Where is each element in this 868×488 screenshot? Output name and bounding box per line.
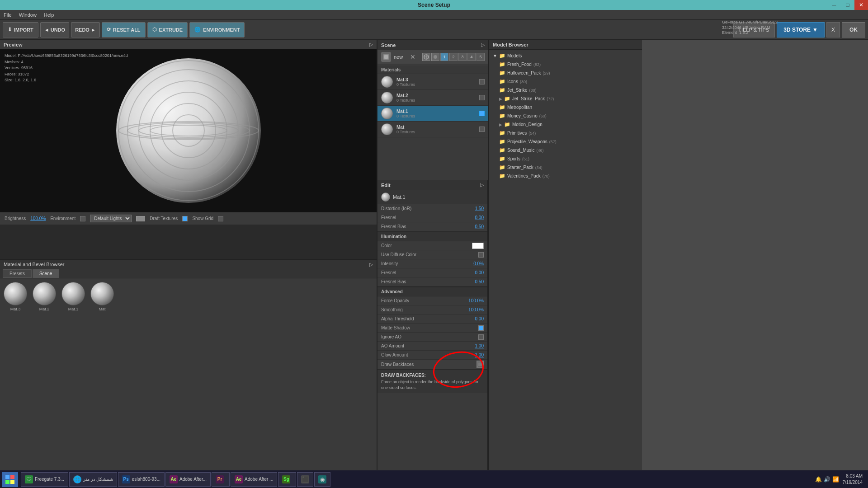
scene-expand-icon[interactable]: ▷ bbox=[481, 42, 485, 48]
material-icon-mat2 bbox=[479, 95, 485, 100]
material-sphere-mat2 bbox=[33, 282, 56, 305]
menu-help[interactable]: Help bbox=[44, 12, 54, 18]
brightness-value[interactable]: 100.0% bbox=[30, 216, 46, 221]
show-grid-checkbox[interactable] bbox=[218, 216, 223, 221]
store-button[interactable]: 3D STORE ▼ bbox=[777, 22, 825, 38]
taskbar-item-speedgrade[interactable]: Sg bbox=[278, 472, 296, 487]
start-button[interactable] bbox=[2, 472, 18, 487]
material-list-item-mat[interactable]: Mat 0 Textures bbox=[377, 122, 488, 137]
prop-draw-backfaces: Draw Backfaces bbox=[377, 360, 487, 369]
taskbar-item-chrome[interactable]: 🌐 شمشکل در متر bbox=[69, 472, 117, 487]
title-bar-text: Scene Setup bbox=[418, 2, 450, 8]
edit-expand-icon[interactable]: ▷ bbox=[480, 182, 484, 188]
material-browser-header: Material and Bevel Browser ▷ bbox=[0, 260, 377, 269]
import-button[interactable]: ⬇ IMPORT bbox=[3, 22, 38, 38]
fresnel-bias-label: Fresnel Bias bbox=[381, 224, 466, 229]
material-item-mat[interactable]: Mat bbox=[90, 282, 114, 311]
tree-item-starter-pack[interactable]: 📁 Starter_Pack (34) bbox=[489, 163, 642, 172]
environment-checkbox[interactable] bbox=[80, 216, 85, 221]
material-icon-mat bbox=[479, 127, 485, 132]
draft-textures-checkbox[interactable] bbox=[182, 216, 188, 221]
ignore-ao-checkbox[interactable] bbox=[478, 334, 484, 340]
volume-icon[interactable]: 🔊 bbox=[824, 476, 830, 483]
material-list-item-mat2[interactable]: Mat.2 0 Textures bbox=[377, 90, 488, 106]
taskbar-item-after-effects-2[interactable]: Ae Adobe After ... bbox=[231, 472, 277, 487]
smoothing-value[interactable]: 100.0% bbox=[468, 307, 484, 312]
scene-tab-5[interactable]: 5 bbox=[476, 53, 485, 61]
scene-view-tab[interactable] bbox=[422, 53, 430, 61]
extrude-button[interactable]: ⬡ EXTRUDE bbox=[147, 22, 188, 38]
scene-tab-1[interactable]: 1 bbox=[440, 53, 448, 61]
color-swatch-illumination[interactable] bbox=[472, 243, 484, 249]
menu-file[interactable]: File bbox=[4, 12, 12, 18]
fresnel-value[interactable]: 0.00 bbox=[468, 215, 484, 220]
use-diffuse-checkbox[interactable] bbox=[478, 252, 484, 258]
tree-item-halloween[interactable]: 📁 Halloween_Pack (29) bbox=[489, 69, 642, 77]
illum-fresnel-bias-label: Fresnel Bias bbox=[381, 279, 466, 284]
force-opacity-value[interactable]: 100.0% bbox=[468, 298, 484, 303]
taskbar-item-freegate[interactable]: 🛡 Freegate 7.3... bbox=[21, 472, 68, 487]
material-icon-mat1 bbox=[479, 111, 485, 116]
x-button[interactable]: X bbox=[826, 22, 840, 38]
redo-button[interactable]: REDO ► bbox=[71, 22, 100, 38]
scene-tab-3[interactable]: 3 bbox=[458, 53, 467, 61]
tab-scene[interactable]: Scene bbox=[33, 269, 59, 278]
taskbar-item-after-effects[interactable]: Ae Adobe After... bbox=[165, 472, 211, 487]
scene-mat-tab[interactable] bbox=[431, 53, 439, 61]
maximize-button[interactable]: □ bbox=[841, 0, 854, 10]
tree-item-money-casino[interactable]: 📁 Money_Casino (60) bbox=[489, 112, 642, 120]
illum-fresnel-bias-value[interactable]: 0.50 bbox=[468, 279, 484, 284]
alpha-value[interactable]: 0.00 bbox=[468, 316, 484, 321]
scene-close-icon[interactable]: ✕ bbox=[410, 53, 415, 61]
menu-window[interactable]: Window bbox=[19, 12, 37, 18]
fresnel-bias-value[interactable]: 0.50 bbox=[468, 224, 484, 229]
tree-item-sports[interactable]: 📁 Sports (51) bbox=[489, 155, 642, 163]
color-swatch[interactable] bbox=[136, 216, 145, 221]
distortion-value[interactable]: 1.50 bbox=[468, 206, 484, 211]
item-label-money-casino: Money_Casino bbox=[507, 113, 538, 118]
matte-shadow-checkbox[interactable] bbox=[478, 325, 484, 331]
tree-item-valentines[interactable]: 📁 Valentines_Pack (70) bbox=[489, 172, 642, 180]
glow-amount-value[interactable]: 1.00 bbox=[468, 352, 484, 357]
tab-presets[interactable]: Presets bbox=[3, 269, 32, 278]
item-label-valentines: Valentines_Pack bbox=[507, 174, 541, 178]
undo-button[interactable]: ◄ UNDO bbox=[40, 22, 69, 38]
material-list-item-mat3[interactable]: Mat.3 0 Textures bbox=[377, 74, 488, 90]
material-item-mat3[interactable]: Mat.3 bbox=[4, 282, 27, 311]
tree-item-icons[interactable]: 📁 Icons (30) bbox=[489, 77, 642, 86]
scene-tab-4[interactable]: 4 bbox=[467, 53, 476, 61]
tree-item-jet-strike-pack[interactable]: ▶ 📁 Jet_Strike_Pack (72) bbox=[489, 94, 642, 103]
tree-item-metropolitan[interactable]: 📁 Metropolitan bbox=[489, 103, 642, 112]
tree-root-models[interactable]: ▼ 📁 Models bbox=[489, 52, 642, 60]
intensity-value[interactable]: 0.0% bbox=[468, 261, 484, 266]
network-icon[interactable]: 📶 bbox=[832, 476, 839, 483]
lights-dropdown[interactable]: Default Lights bbox=[90, 215, 132, 222]
ao-amount-value[interactable]: 1.00 bbox=[468, 343, 484, 348]
reset-all-button[interactable]: ⟳ RESET ALL bbox=[102, 22, 146, 38]
taskbar-item-teal[interactable]: ◉ bbox=[314, 472, 330, 487]
taskbar-item-premiere[interactable]: Pr bbox=[212, 472, 230, 487]
tree-item-sound-music[interactable]: 📁 Sound_Music (46) bbox=[489, 146, 642, 155]
tree-item-fresh-food[interactable]: 📁 Fresh_Food (82) bbox=[489, 60, 642, 69]
taskbar-item-photoshop[interactable]: Ps eslah800-93... bbox=[118, 472, 165, 487]
environment-button[interactable]: 🌐 ENVIRONMENT bbox=[189, 22, 245, 38]
tree-item-jet-strike[interactable]: 📁 Jet_Strike (38) bbox=[489, 86, 642, 94]
close-button[interactable]: ✕ bbox=[854, 0, 868, 10]
ok-button[interactable]: OK bbox=[842, 22, 865, 38]
minimize-button[interactable]: ─ bbox=[827, 0, 841, 10]
material-list-item-mat1[interactable]: Mat.1 0 Textures bbox=[377, 106, 488, 122]
material-item-mat1[interactable]: Mat.1 bbox=[61, 282, 85, 311]
taskbar-item-gray1[interactable]: ⬛ bbox=[297, 472, 313, 487]
scene-view-icon[interactable] bbox=[381, 52, 391, 62]
material-thumbnail-mat2 bbox=[381, 92, 393, 103]
tree-item-projectile-weapons[interactable]: 📁 Projectile_Weapons (57) bbox=[489, 137, 642, 146]
scene-tab-2[interactable]: 2 bbox=[449, 53, 458, 61]
material-browser-expand[interactable]: ▷ bbox=[369, 262, 373, 267]
tree-item-primitives[interactable]: 📁 Primitives (54) bbox=[489, 129, 642, 137]
preview-expand-icon[interactable]: ▷ bbox=[369, 42, 373, 47]
material-item-mat2[interactable]: Mat.2 bbox=[33, 282, 56, 311]
illum-fresnel-value[interactable]: 0.00 bbox=[468, 270, 484, 275]
tree-item-motion-design[interactable]: ▶ 📁 Motion_Design bbox=[489, 120, 642, 129]
draw-backfaces-checkbox[interactable] bbox=[476, 361, 484, 368]
notification-icon[interactable]: 🔔 bbox=[815, 476, 822, 483]
